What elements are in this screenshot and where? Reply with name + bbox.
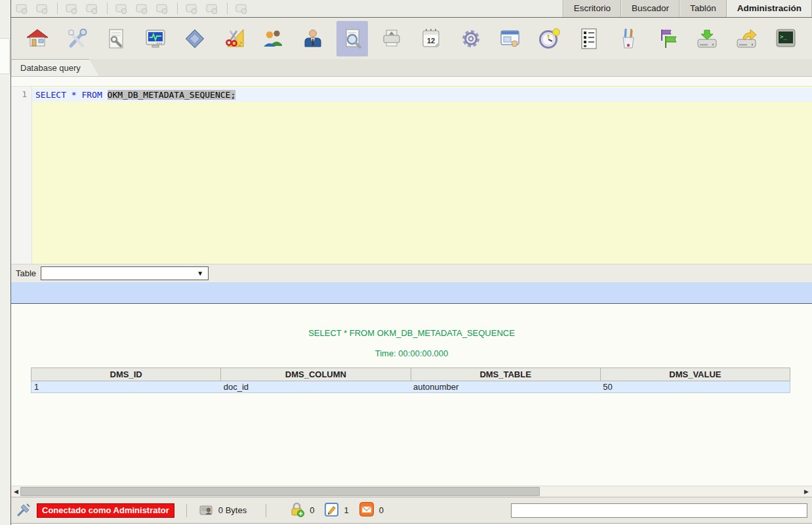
- mime-types-icon: [184, 28, 206, 50]
- toolbar-separator: [227, 3, 228, 14]
- scheduler-clock-icon: [538, 28, 561, 50]
- editing-pencil-icon[interactable]: [324, 502, 339, 519]
- editor-top-strip: [11, 77, 812, 87]
- scroll-right-arrow-icon[interactable]: ▶: [804, 488, 809, 496]
- editing-count: 1: [344, 505, 348, 515]
- calendar-icon: 12: [420, 28, 442, 50]
- tab-escritorio[interactable]: Escritorio: [563, 0, 621, 17]
- disabled-icon-1: [14, 1, 30, 16]
- top-bar: EscritorioBuscadorTablónAdministración: [11, 0, 812, 18]
- tab-database-query[interactable]: Database query: [12, 59, 99, 76]
- toolbar-button-checklist[interactable]: [573, 21, 605, 56]
- disabled-icon-8: [184, 1, 199, 16]
- database-export-icon: [735, 28, 758, 50]
- sql-selected-text: OKM_DB_METADATA_SEQUENCE;: [108, 90, 236, 100]
- column-header: DMS_COLUMN: [221, 368, 411, 381]
- query-time-text: Time: 00:00:00.000: [11, 348, 812, 358]
- disabled-icon-5: [113, 1, 129, 16]
- scripting-window-icon: [499, 28, 521, 50]
- disabled-icon-9: [204, 1, 220, 16]
- query-tab-row: Database query: [11, 59, 812, 77]
- connection-icon: [16, 501, 32, 519]
- table-cell: 1: [31, 381, 221, 393]
- scroll-left-arrow-icon[interactable]: ◀: [14, 488, 18, 496]
- system-monitor-icon: [144, 28, 167, 50]
- table-cell: doc_id: [221, 381, 411, 393]
- workflow-flags-icon: [657, 28, 679, 50]
- toolbar-button-user-profiles[interactable]: [297, 21, 329, 56]
- table-select[interactable]: ▼: [41, 266, 209, 280]
- status-input[interactable]: [511, 503, 807, 518]
- toolbar-button-calendar[interactable]: 12: [415, 21, 447, 56]
- toolbar-button-report[interactable]: [100, 21, 132, 56]
- report-icon: [105, 28, 127, 50]
- horizontal-scrollbar[interactable]: ◀ ▶: [11, 486, 812, 497]
- toolbar-separator: [57, 3, 58, 14]
- administration-panel: EscritorioBuscadorTablónAdministración 1…: [10, 0, 812, 525]
- toolbar-button-utilities[interactable]: [218, 21, 250, 56]
- disabled-icon-10: [233, 1, 249, 16]
- disabled-icon-7: [154, 1, 170, 16]
- line-number: 1: [11, 89, 27, 99]
- stationery-icon: [617, 28, 639, 50]
- toolbar-button-workflow-flags[interactable]: [652, 21, 683, 56]
- table-cell: 50: [600, 381, 790, 393]
- checklist-icon: [578, 28, 600, 50]
- toolbar-button-database-export[interactable]: [731, 21, 762, 56]
- column-header: DMS_TABLE: [411, 368, 600, 381]
- messages-count: 0: [379, 505, 384, 515]
- results-area: SELECT * FROM OKM_DB_METADATA_SEQUENCE T…: [11, 304, 812, 486]
- tab-administracion[interactable]: Administración: [727, 0, 812, 17]
- quota-text: 0 Bytes: [218, 505, 247, 515]
- user-profiles-icon: [302, 28, 324, 50]
- background-panel-edge: [0, 38, 10, 74]
- editor-code-area[interactable]: SELECT * FROM OKM_DB_METADATA_SEQUENCE;: [32, 87, 812, 264]
- sql-editor[interactable]: 1 SELECT * FROM OKM_DB_METADATA_SEQUENCE…: [11, 87, 812, 264]
- toolbar-button-tools[interactable]: [61, 21, 92, 56]
- column-header: DMS_ID: [31, 368, 221, 381]
- toolbar-button-database-query[interactable]: [336, 21, 368, 56]
- tab-tablon[interactable]: Tablón: [680, 0, 727, 17]
- toolbar-button-database-import[interactable]: [691, 21, 723, 56]
- terminal-icon: >_: [775, 28, 797, 50]
- admin-toolbar: 12>_: [11, 18, 812, 59]
- toolbar-button-scripting-window[interactable]: [495, 21, 526, 56]
- checkout-count: 0: [310, 505, 314, 515]
- tools-icon: [66, 28, 88, 50]
- database-import-icon: [696, 28, 718, 50]
- home-icon: [26, 28, 49, 50]
- scrollbar-thumb[interactable]: [20, 487, 540, 496]
- status-separator: [186, 504, 187, 517]
- toolbar-button-mime-types[interactable]: [179, 21, 211, 56]
- svg-text:12: 12: [427, 37, 435, 45]
- toolbar-button-automation-gear[interactable]: [455, 21, 487, 56]
- disabled-icon-2: [34, 1, 50, 16]
- desktop-toolbar-disabled: [11, 0, 563, 17]
- messages-envelope-icon[interactable]: [359, 501, 375, 519]
- column-header: DMS_VALUE: [600, 368, 790, 381]
- connected-user-badge: Conectado como Administrator: [37, 503, 174, 518]
- toolbar-button-terminal[interactable]: >_: [770, 21, 802, 56]
- editor-line-number-gutter: 1: [11, 87, 32, 264]
- toolbar-button-stationery[interactable]: [613, 21, 644, 56]
- toolbar-button-system-monitor[interactable]: [140, 21, 171, 56]
- toolbar-separator: [107, 3, 108, 14]
- toolbar-button-home[interactable]: [22, 21, 53, 56]
- status-separator: [266, 504, 266, 517]
- background-window-sliver: [0, 0, 10, 525]
- quota-usage-icon: [199, 502, 214, 519]
- disabled-icon-3: [64, 1, 79, 16]
- disabled-icon-4: [84, 1, 100, 16]
- chevron-down-icon: ▼: [197, 269, 203, 278]
- toolbar-button-scheduler-clock[interactable]: [534, 21, 565, 56]
- toolbar-button-users[interactable]: [258, 21, 289, 56]
- database-query-icon: [341, 28, 363, 50]
- tab-buscador[interactable]: Buscador: [621, 0, 680, 17]
- query-echo-text: SELECT * FROM OKM_DB_METADATA_SEQUENCE: [11, 328, 812, 338]
- checkout-lock-icon[interactable]: [289, 501, 305, 520]
- toolbar-button-printer[interactable]: [376, 21, 407, 56]
- table-cell: autonumber: [411, 381, 600, 393]
- svg-text:>_: >_: [780, 33, 787, 40]
- status-bar: Conectado como Administrator 0 Bytes 0 1…: [11, 497, 812, 524]
- editor-active-line: SELECT * FROM OKM_DB_METADATA_SEQUENCE;: [32, 88, 812, 102]
